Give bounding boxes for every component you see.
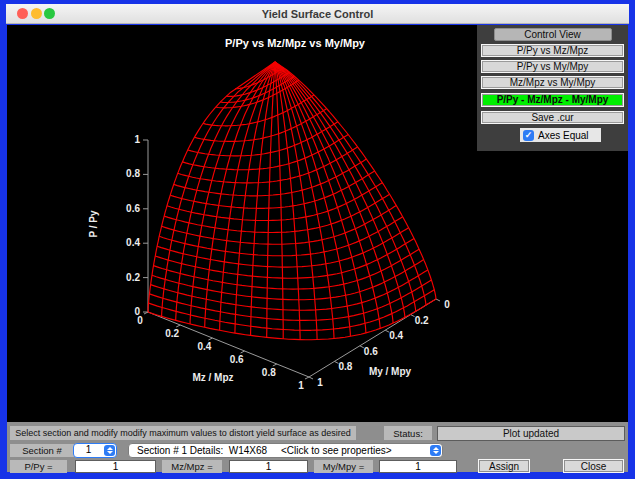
section-details-dropdown[interactable]: Section # 1 Details: W14X68 <Click to se… — [128, 443, 443, 458]
dropdown-arrows-icon[interactable] — [430, 445, 441, 456]
svg-text:1: 1 — [298, 380, 304, 391]
svg-text:0.4: 0.4 — [197, 341, 211, 352]
titlebar: Yield Surface Control — [6, 4, 629, 24]
view-control-panel: Control ViewP/Py vs Mz/MpzP/Py vs My/Mpy… — [477, 25, 628, 151]
svg-text:0.2: 0.2 — [165, 328, 179, 339]
instruction-label: Select section and modify modify maximum… — [10, 426, 356, 440]
close-button[interactable]: Close — [563, 459, 624, 473]
svg-text:0.4: 0.4 — [389, 330, 403, 341]
ppy-field-label: P/Py = — [10, 460, 67, 473]
ppy-input[interactable] — [75, 460, 156, 473]
svg-text:1: 1 — [317, 377, 323, 388]
mympy-input[interactable] — [379, 460, 457, 473]
svg-text:0.6: 0.6 — [364, 346, 378, 357]
assign-button[interactable]: Assign — [478, 459, 530, 473]
svg-text:P/Py vs Mz/Mpz vs My/Mpy: P/Py vs Mz/Mpz vs My/Mpy — [225, 37, 366, 49]
bottom-control-bar: Select section and modify modify maximum… — [7, 422, 628, 472]
svg-text:P / Py: P / Py — [88, 210, 99, 237]
axes-equal-checkbox[interactable]: ✓ — [523, 130, 534, 141]
status-value: Plot updated — [437, 426, 625, 441]
view-ppy-vs-mympy-button[interactable]: P/Py vs My/Mpy — [481, 60, 624, 73]
svg-text:0: 0 — [444, 299, 450, 310]
svg-text:0.8: 0.8 — [126, 168, 140, 179]
details-text: Section # 1 Details: W14X68 — [137, 445, 267, 457]
yield-surface-mesh — [148, 62, 436, 340]
axes-equal-checkbox-row[interactable]: ✓Axes Equal — [520, 128, 601, 142]
stepper-arrows-icon[interactable] — [104, 445, 115, 456]
svg-text:0.6: 0.6 — [230, 354, 244, 365]
svg-text:Mz / Mpz: Mz / Mpz — [192, 372, 233, 383]
svg-text:0.4: 0.4 — [126, 237, 140, 248]
status-label: Status: — [384, 426, 432, 440]
mympy-field-label: My/Mpy = — [314, 460, 373, 473]
svg-text:1: 1 — [134, 134, 140, 145]
view-3d-ppy-mzmpz-mympy-button[interactable]: P/Py - Mz/Mpz - My/Mpy — [481, 93, 624, 107]
view-ppy-vs-mzmpz-button[interactable]: P/Py vs Mz/Mpz — [481, 44, 624, 57]
stepper-value: 1 — [74, 444, 103, 457]
svg-text:0: 0 — [137, 315, 143, 326]
svg-text:My / Mpy: My / Mpy — [369, 366, 412, 377]
control-view-button[interactable]: Control View — [494, 28, 612, 41]
svg-text:0.2: 0.2 — [415, 315, 429, 326]
section-number-stepper[interactable]: 1 — [73, 443, 117, 458]
svg-text:0.8: 0.8 — [262, 367, 276, 378]
svg-text:0.8: 0.8 — [338, 361, 352, 372]
axes-equal-label: Axes Equal — [538, 130, 589, 141]
mzmpz-field-label: Mz/Mpz = — [162, 460, 222, 473]
svg-text:0.2: 0.2 — [126, 272, 140, 283]
section-number-label: Section # — [10, 444, 74, 457]
details-hint: <Click to see properties> — [281, 445, 392, 457]
view-mzmpz-vs-mympy-button[interactable]: Mz/Mpz vs My/Mpy — [481, 76, 624, 89]
save-cur-button[interactable]: Save .cur — [481, 111, 624, 124]
mzmpz-input[interactable] — [229, 460, 308, 473]
window-title: Yield Surface Control — [6, 4, 629, 24]
svg-text:0.6: 0.6 — [126, 203, 140, 214]
